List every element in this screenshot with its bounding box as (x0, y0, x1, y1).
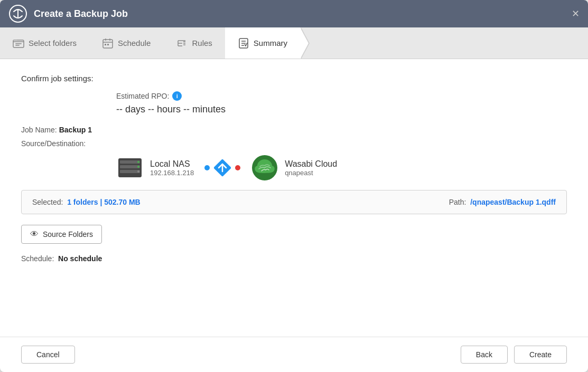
rpo-label-row: Estimated RPO: i (116, 91, 567, 101)
svg-rect-23 (120, 160, 140, 164)
destination-name: Wasabi Cloud (285, 159, 337, 169)
source-info: Local NAS 192.168.1.218 (150, 159, 194, 177)
step-label-summary: Summary (254, 39, 287, 47)
backup-icon (8, 4, 27, 23)
dot-blue (204, 165, 210, 170)
nas-device-icon (116, 154, 144, 182)
footer-right: Back Create (461, 346, 567, 364)
selection-text: Selected: 1 folders | 502.70 MB (32, 198, 141, 206)
step-summary[interactable]: Summary (225, 27, 300, 59)
close-button[interactable]: ✕ (572, 9, 580, 18)
source-folders-label: Source Folders (43, 230, 93, 239)
svg-rect-24 (120, 165, 140, 168)
calendar-icon (102, 37, 114, 49)
footer: Cancel Back Create (0, 337, 588, 372)
titlebar: Create a Backup Job ✕ (0, 0, 588, 27)
step-label-select-folders: Select folders (29, 39, 77, 47)
source-ip: 192.168.1.218 (150, 169, 194, 177)
destination-info: Wasabi Cloud qnapeast (285, 159, 337, 177)
step-rules[interactable]: Rules (163, 27, 225, 59)
path-prefix: Path: (449, 198, 466, 206)
step-label-rules: Rules (192, 39, 212, 47)
arrow-icon (212, 157, 233, 178)
summary-icon (238, 37, 249, 49)
schedule-label: Schedule: (21, 254, 54, 263)
arrow-area (204, 157, 240, 178)
titlebar-left: Create a Backup Job (8, 4, 128, 23)
svg-rect-4 (15, 45, 20, 46)
source-dest-label: Source/Destination: (21, 139, 567, 148)
job-name-label: Job Name: (21, 126, 57, 134)
job-name-value: Backup 1 (59, 126, 92, 134)
wasabi-icon (251, 154, 278, 182)
path-value: /qnapeast/Backup 1.qdff (470, 198, 556, 206)
folder-icon (13, 37, 24, 49)
main-content: Confirm job settings: Estimated RPO: i -… (0, 59, 588, 337)
svg-rect-10 (107, 44, 109, 45)
cancel-button[interactable]: Cancel (21, 346, 75, 364)
eye-icon: 👁 (30, 230, 39, 239)
steps-bar: Select folders Schedule (0, 27, 588, 59)
schedule-value: No schedule (58, 254, 102, 263)
rpo-label-text: Estimated RPO: (116, 92, 169, 100)
window: Create a Backup Job ✕ Select folders (0, 0, 588, 372)
window-title: Create a Backup Job (34, 8, 128, 20)
svg-rect-25 (120, 170, 140, 173)
connection-row: Local NAS 192.168.1.218 (116, 154, 567, 182)
source-folders-button[interactable]: 👁 Source Folders (21, 225, 102, 244)
path-text: Path: /qnapeast/Backup 1.qdff (449, 198, 556, 206)
step-select-folders[interactable]: Select folders (0, 27, 89, 59)
job-name-row: Job Name: Backup 1 (21, 126, 567, 134)
selection-info-box: Selected: 1 folders | 502.70 MB Path: /q… (21, 190, 567, 214)
rules-icon (176, 37, 188, 49)
dot-red (235, 165, 240, 170)
back-button[interactable]: Back (461, 346, 508, 364)
svg-point-27 (137, 166, 139, 168)
destination-account: qnapeast (285, 169, 337, 177)
rpo-info-icon[interactable]: i (172, 91, 182, 101)
selected-prefix: Selected: (32, 198, 63, 206)
svg-rect-9 (105, 44, 106, 45)
svg-point-26 (137, 161, 139, 163)
rpo-value: -- days -- hours -- minutes (116, 104, 567, 115)
selected-value: 1 folders | 502.70 MB (67, 198, 141, 206)
svg-rect-3 (15, 43, 22, 44)
source-name: Local NAS (150, 159, 194, 169)
step-schedule[interactable]: Schedule (89, 27, 164, 59)
schedule-row: Schedule: No schedule (21, 254, 567, 263)
create-button[interactable]: Create (514, 346, 567, 364)
rpo-section: Estimated RPO: i -- days -- hours -- min… (116, 91, 567, 115)
source-dest-section: Source/Destination: Local NAS 192.168.1.… (21, 139, 567, 182)
svg-point-28 (137, 170, 139, 173)
confirm-label: Confirm job settings: (21, 74, 567, 83)
step-label-schedule: Schedule (118, 39, 151, 47)
